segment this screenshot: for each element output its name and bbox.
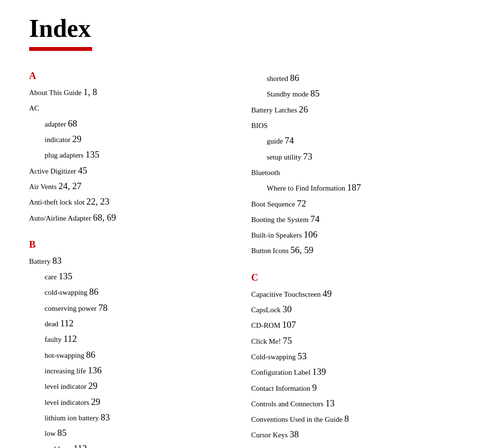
entry-term: lithium ion battery: [45, 414, 100, 422]
index-entry: lithium ion battery 83: [29, 410, 232, 425]
index-entry: Battery 83: [29, 253, 232, 269]
entry-num: 13: [325, 398, 335, 408]
index-entry: low 85: [29, 425, 232, 441]
entry-num: 112: [64, 334, 77, 344]
entry-num: 29: [91, 397, 100, 407]
index-entry: BIOS: [251, 117, 454, 133]
entry-term: care: [45, 273, 59, 281]
entry-num: 22, 23: [86, 196, 110, 207]
entry-num: 75: [283, 336, 292, 346]
entry-term: AC: [29, 104, 39, 112]
entry-term: conserving power: [45, 304, 98, 312]
index-entry: Bluetooth: [251, 164, 454, 180]
entry-term: Conventions Used in the Guide: [251, 416, 344, 423]
entry-num: 38: [290, 429, 299, 439]
entry-term: BIOS: [251, 122, 268, 129]
entry-num: 139: [312, 367, 326, 377]
index-entry: Cold-swapping 53: [251, 349, 454, 364]
entry-term: Auto/Airline Adapter: [29, 214, 93, 222]
entry-num: 49: [322, 288, 332, 299]
entry-num: 85: [310, 88, 320, 98]
entry-term: level indicator: [45, 383, 88, 390]
entry-num: 112: [74, 443, 87, 448]
entry-num: 26: [299, 104, 308, 114]
entry-term: Capacitive Touchscreen: [251, 290, 322, 298]
index-entry: guide 74: [251, 133, 454, 148]
entry-num: 29: [88, 381, 97, 391]
entry-num: 74: [285, 135, 294, 145]
entry-term: hot-swapping: [45, 352, 86, 359]
section-letter: A: [29, 70, 232, 81]
index-entry: Active Digitizer 45: [29, 163, 232, 178]
right-column: shorted 86Standby mode 85Battery Latches…: [251, 70, 454, 448]
entry-term: Cold-swapping: [251, 353, 297, 361]
section-letter: C: [251, 272, 454, 283]
entry-num: 24, 27: [59, 181, 82, 191]
entry-num: 56, 59: [290, 245, 314, 255]
index-entry: Booting the System 74: [251, 211, 454, 227]
index-entry: adapter 68: [29, 116, 232, 131]
section-block: BBattery 83care 135cold-swapping 86conse…: [29, 239, 232, 448]
entry-num: 9: [312, 383, 317, 393]
entry-term: shorted: [267, 75, 290, 82]
index-entry: Configuration Label 139: [251, 364, 454, 380]
entry-num: 73: [303, 151, 312, 161]
entry-num: 86: [86, 350, 95, 360]
entry-num: 136: [88, 365, 102, 375]
entry-num: 85: [57, 428, 66, 438]
index-entry: Air Vents 24, 27: [29, 178, 232, 194]
entry-num: 106: [304, 229, 318, 240]
index-entry: Cursor Keys 38: [251, 427, 454, 442]
entry-num: 29: [72, 134, 81, 144]
index-entry: Click Me! 75: [251, 333, 454, 349]
index-entry: indicator 29: [29, 131, 232, 147]
entry-num: 72: [297, 198, 306, 208]
page-title: Index: [29, 15, 454, 42]
section-block: shorted 86Standby mode 85Battery Latches…: [251, 70, 454, 258]
entry-term: Where to Find Information: [267, 184, 347, 192]
index-entry: Boot Sequence 72: [251, 196, 454, 211]
index-entry: conserving power 78: [29, 300, 232, 316]
entry-num: 8: [344, 414, 349, 424]
index-entry: About This Guide 1, 8: [29, 84, 232, 100]
index-entry: dead 112: [29, 316, 232, 331]
section-letter: B: [29, 239, 232, 250]
entry-term: plug adapters: [45, 151, 85, 159]
entry-num: 187: [347, 182, 361, 192]
entry-term: Contact Information: [251, 384, 312, 392]
index-entry: increasing life 136: [29, 363, 232, 378]
index-entry: Auto/Airline Adapter 68, 69: [29, 210, 232, 225]
entry-term: Battery: [29, 257, 52, 265]
entry-num: 68: [68, 118, 77, 128]
entry-term: CapsLock: [251, 306, 283, 314]
section-block: AAbout This Guide 1, 8ACadapter 68indica…: [29, 70, 232, 225]
entry-num: 1, 8: [83, 87, 97, 97]
entry-num: 78: [98, 303, 108, 313]
index-entry: plug adapters 135: [29, 147, 232, 162]
section-block: CCapacitive Touchscreen 49CapsLock 30CD-…: [251, 272, 454, 443]
entry-num: 83: [52, 256, 62, 266]
entry-term: indicator: [45, 136, 72, 144]
entry-term: Click Me!: [251, 337, 283, 345]
entry-term: About This Guide: [29, 89, 83, 96]
index-entry: setup utility 73: [251, 149, 454, 164]
entry-term: Boot Sequence: [251, 200, 297, 208]
entry-term: problems: [45, 445, 74, 448]
entry-term: cold-swapping: [45, 288, 89, 296]
index-entry: AC: [29, 100, 232, 115]
entry-num: 74: [310, 214, 320, 224]
entry-term: adapter: [45, 120, 68, 128]
entry-num: 30: [283, 304, 292, 314]
index-entry: Built-in Speakers 106: [251, 227, 454, 242]
entry-term: CD-ROM: [251, 321, 282, 329]
entry-term: increasing life: [45, 367, 88, 375]
red-bar: [29, 47, 92, 51]
entry-term: Battery Latches: [251, 106, 299, 114]
index-entry: level indicators 29: [29, 394, 232, 410]
entry-term: Anti-theft lock slot: [29, 198, 86, 206]
entry-term: Configuration Label: [251, 368, 312, 376]
entry-num: 53: [297, 351, 306, 361]
index-entry: Controls and Connectors 13: [251, 396, 454, 411]
entry-term: Booting the System: [251, 216, 310, 224]
entry-term: Cursor Keys: [251, 431, 290, 439]
